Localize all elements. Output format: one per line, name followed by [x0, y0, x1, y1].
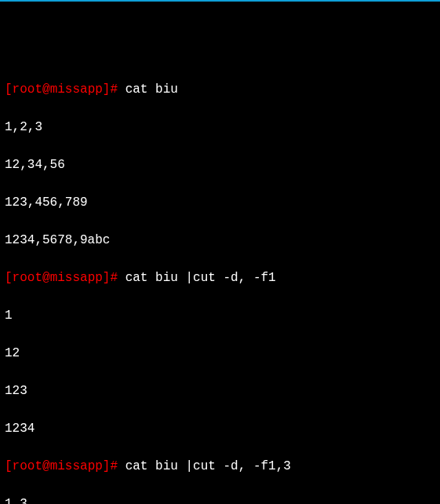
- terminal-line: [root@missapp]# cat biu |cut -d, -f1: [5, 268, 435, 287]
- prompt-user: root: [13, 459, 42, 473]
- prompt-at: @: [42, 82, 50, 97]
- prompt-open-bracket: [: [5, 82, 13, 97]
- prompt-user: root: [13, 271, 42, 285]
- output-line: 123: [5, 382, 435, 400]
- prompt-host: missapp: [50, 82, 103, 97]
- command-text[interactable]: cat biu |cut -d, -f1: [118, 271, 276, 285]
- command-text[interactable]: cat biu: [118, 82, 178, 97]
- prompt-close-bracket: ]: [103, 82, 111, 97]
- output-line: 1,3: [5, 495, 435, 504]
- output-line: 12: [5, 344, 435, 363]
- output-line: 1234: [5, 419, 435, 438]
- prompt-at: @: [42, 271, 50, 285]
- output-line: 123,456,789: [5, 193, 435, 212]
- output-line: 1234,5678,9abc: [5, 231, 435, 250]
- prompt-hash: #: [110, 459, 118, 473]
- terminal-line: [root@missapp]# cat biu: [5, 80, 435, 99]
- prompt-user: root: [13, 82, 42, 97]
- command-text[interactable]: cat biu |cut -d, -f1,3: [118, 459, 291, 473]
- terminal-line: [root@missapp]# cat biu |cut -d, -f1,3: [5, 457, 435, 476]
- prompt-close-bracket: ]: [103, 459, 111, 473]
- output-line: 1: [5, 306, 435, 325]
- prompt-host: missapp: [50, 459, 103, 473]
- prompt-open-bracket: [: [5, 271, 13, 285]
- prompt-hash: #: [110, 271, 118, 285]
- prompt-open-bracket: [: [5, 459, 13, 473]
- output-line: 12,34,56: [5, 155, 435, 174]
- prompt-hash: #: [110, 82, 118, 97]
- output-line: 1,2,3: [5, 118, 435, 137]
- prompt-host: missapp: [50, 271, 103, 285]
- prompt-at: @: [42, 459, 50, 473]
- prompt-close-bracket: ]: [103, 271, 111, 285]
